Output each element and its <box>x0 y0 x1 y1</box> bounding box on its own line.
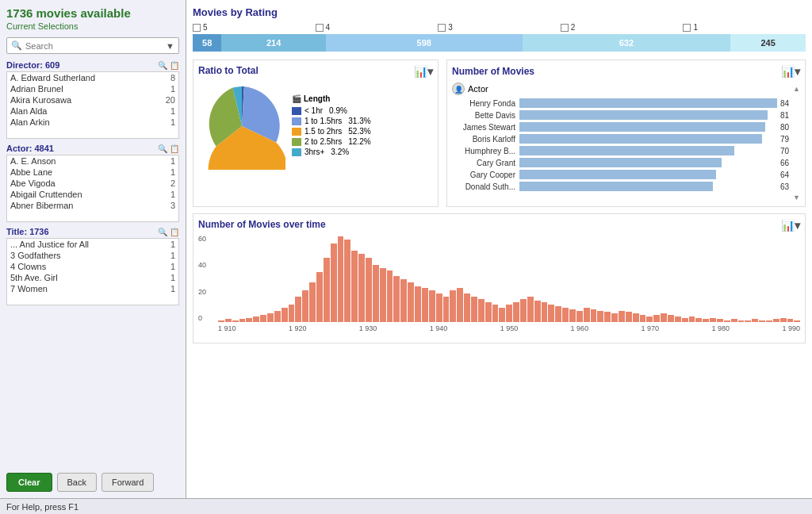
list-item[interactable]: Abe Vigoda2 <box>7 178 178 189</box>
actor-bar-row: Humphrey B... 70 <box>452 146 800 155</box>
timeline-bar <box>295 297 301 322</box>
rating-seg-3[interactable]: 598 <box>326 34 523 52</box>
list-item[interactable]: 3 Godfathers1 <box>7 250 178 261</box>
directors-list[interactable]: A. Edward Sutherland8 Adrian Brunel1 Aki… <box>6 71 179 139</box>
forward-button[interactable]: Forward <box>102 473 154 492</box>
timeline-bar <box>576 311 583 322</box>
actors-list[interactable]: A. E. Anson1 Abbe Lane1 Abe Vigoda2 Abig… <box>6 155 179 222</box>
list-item[interactable]: A. Edward Sutherland8 <box>7 72 178 83</box>
rating-label-5[interactable]: 5 <box>193 23 316 32</box>
rating-label-2[interactable]: 2 <box>561 23 684 32</box>
scroll-up[interactable]: ▲ <box>793 85 800 93</box>
clear-button[interactable]: Clear <box>6 473 52 492</box>
timeline-bar <box>731 319 737 322</box>
actor-bar-row: Henry Fonda 84 <box>452 98 800 108</box>
timeline-bar <box>324 258 330 322</box>
actor-name: Donald Suth... <box>452 182 519 191</box>
search-box[interactable]: 🔍 ▼ <box>6 37 179 54</box>
actor-name: Cary Grant <box>452 159 519 167</box>
timeline-bar <box>422 288 428 322</box>
actor-bar <box>519 182 713 191</box>
timeline-bar <box>780 318 787 322</box>
timeline-bar <box>710 318 716 322</box>
actors-export-icon[interactable]: 📊▾ <box>781 65 800 78</box>
back-button[interactable]: Back <box>57 473 97 492</box>
actor-count: 70 <box>780 147 800 155</box>
timeline-bar <box>393 276 400 322</box>
legend-item: 3hrs+3.2% <box>292 148 371 156</box>
list-item[interactable]: Alan Alda1 <box>7 105 178 117</box>
titles-icons: 🔍 📋 <box>158 228 179 236</box>
titles-search-icon[interactable]: 🔍 <box>158 228 167 236</box>
list-item[interactable]: A. E. Anson1 <box>7 155 178 167</box>
list-item[interactable]: Alan Arkin1 <box>7 117 178 128</box>
timeline-y-axis: 60 40 20 0 <box>198 235 206 322</box>
list-item[interactable]: Adrian Brunel1 <box>7 83 178 94</box>
timeline-bar <box>225 319 232 322</box>
legend-title: 🎬 Length <box>292 94 371 103</box>
list-item[interactable]: Abner Biberman3 <box>7 200 178 211</box>
timeline-bar <box>640 315 646 322</box>
actor-count: 80 <box>780 123 800 132</box>
legend-item: < 1hr0.9% <box>292 106 371 115</box>
list-item[interactable]: 7 Women1 <box>7 283 178 294</box>
list-item[interactable]: 4 Clowns1 <box>7 261 178 272</box>
list-item[interactable]: ... And Justice for All1 <box>7 239 178 250</box>
checkbox-4[interactable] <box>316 24 324 32</box>
titles-header: Title: 1736 🔍 📋 <box>6 227 179 236</box>
timeline-bar <box>464 293 470 322</box>
movie-count: 1736 movies available <box>6 6 179 20</box>
rating-seg-5[interactable]: 58 <box>193 34 221 52</box>
list-item[interactable]: Abigail Cruttenden1 <box>7 189 178 200</box>
timeline-bar <box>752 319 758 322</box>
actor-count: 64 <box>780 171 800 179</box>
timeline-bar <box>787 319 794 322</box>
pie-export-icon[interactable]: 📊▾ <box>414 65 433 78</box>
actor-count: 79 <box>780 135 800 144</box>
right-panel: Movies by Rating 5 4 3 2 1 58 214 598 63… <box>186 0 812 498</box>
actors-search-icon[interactable]: 🔍 <box>158 144 167 153</box>
timeline-bar <box>232 320 239 322</box>
timeline-bar <box>689 316 695 322</box>
timeline-bar <box>534 301 541 322</box>
rating-label-1[interactable]: 1 <box>683 23 806 32</box>
titles-list[interactable]: ... And Justice for All1 3 Godfathers1 4… <box>6 238 179 305</box>
timeline-bar <box>569 309 576 322</box>
rating-label-4[interactable]: 4 <box>316 23 439 32</box>
content-area: 1736 movies available Current Selections… <box>0 0 812 498</box>
rating-seg-4[interactable]: 214 <box>221 34 325 52</box>
list-item[interactable]: 5th Ave. Girl1 <box>7 272 178 283</box>
timeline-bar <box>443 297 450 322</box>
actors-export-icon[interactable]: 📋 <box>170 144 179 153</box>
actor-bar-row: Cary Grant 66 <box>452 158 800 167</box>
timeline-bar <box>282 308 288 322</box>
timeline-bar <box>633 313 639 322</box>
timeline-bar <box>344 240 350 322</box>
bottom-buttons: Clear Back Forward <box>6 466 179 492</box>
timeline-bar <box>358 254 365 322</box>
rating-seg-2[interactable]: 632 <box>523 34 731 52</box>
directors-search-icon[interactable]: 🔍 <box>158 61 167 70</box>
checkbox-5[interactable] <box>193 24 201 32</box>
search-input[interactable] <box>25 41 166 51</box>
dropdown-icon[interactable]: ▼ <box>166 41 174 51</box>
list-item[interactable]: Akira Kurosawa20 <box>7 94 178 105</box>
timeline-bar <box>302 290 308 322</box>
timeline-bar <box>513 302 519 322</box>
list-item[interactable]: Abbe Lane1 <box>7 167 178 178</box>
titles-export-icon[interactable]: 📋 <box>170 228 179 236</box>
scroll-down[interactable]: ▼ <box>793 194 800 201</box>
timeline-bar <box>794 320 800 322</box>
timeline-bar <box>584 308 590 322</box>
rating-label-3[interactable]: 3 <box>438 23 561 32</box>
checkbox-1[interactable] <box>683 24 691 32</box>
timeline-bar <box>591 309 597 322</box>
actor-count: 63 <box>780 182 800 191</box>
timeline-export-icon[interactable]: 📊▾ <box>781 219 800 232</box>
checkbox-2[interactable] <box>561 24 569 32</box>
timeline-bar <box>260 315 266 322</box>
checkbox-3[interactable] <box>438 24 446 32</box>
rating-seg-1[interactable]: 245 <box>730 34 806 52</box>
directors-export-icon[interactable]: 📋 <box>170 61 179 70</box>
timeline-bar <box>555 306 561 322</box>
